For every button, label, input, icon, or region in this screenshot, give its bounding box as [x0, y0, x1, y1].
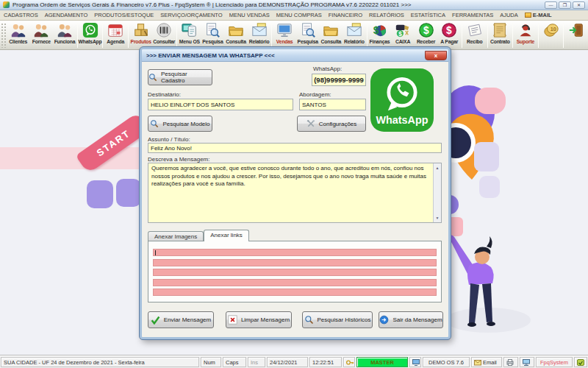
tab-anexar-imagens[interactable]: Anexar Imagens — [148, 231, 204, 241]
link-input-1[interactable] — [153, 249, 437, 256]
toolbar-button-relatorio-vendas[interactable]: Relatório — [343, 21, 366, 49]
mensagem-label: Descreva a Mensagem: — [148, 156, 209, 163]
screen-icon — [412, 359, 420, 366]
email-icon — [525, 13, 531, 18]
dollar-red-icon: $ — [441, 22, 457, 38]
toolbar-button-produtos[interactable]: Produtos — [129, 21, 153, 49]
menu-ajuda[interactable]: AJUDA — [500, 12, 518, 18]
pie-dollar-icon: $ — [371, 22, 387, 38]
status-email[interactable]: Email — [471, 357, 502, 367]
status-caps: Caps — [223, 357, 246, 367]
enviar-mensagem-button[interactable]: Enviar Mensagem — [148, 311, 214, 328]
menu-bar: CADASTROS AGENDAMENTO PRODUTOS/ESTOQUE S… — [0, 10, 588, 21]
toolbar-label: Pesquisa — [202, 38, 223, 45]
document-search-icon — [300, 22, 316, 38]
toolbar-button-pesquisa-vendas[interactable]: Pesquisa — [296, 21, 320, 49]
scroll-down-arrow[interactable]: ▼ — [436, 213, 440, 223]
toolbar-button-clientes[interactable]: Clientes — [7, 21, 30, 49]
status-brand: FpqSystem — [536, 357, 573, 367]
toolbar-label: Contrato — [490, 38, 510, 45]
menu-agendamento[interactable]: AGENDAMENTO — [45, 12, 88, 18]
link-input-5[interactable] — [153, 289, 437, 296]
toolbar-button-suporte[interactable]: Suporte — [514, 21, 537, 49]
pesquisar-cadastro-button[interactable]: Pesquisar Cadastro — [148, 69, 212, 85]
scroll-up-arrow[interactable]: ▲ — [436, 163, 440, 173]
toolbar-button-recibo[interactable]: Recibo — [463, 21, 487, 49]
assunto-field[interactable]: Feliz Ano Novo! — [148, 143, 442, 153]
mensagem-textarea[interactable]: Queremos agradecer a você, que estive co… — [148, 163, 442, 223]
destinatario-field[interactable]: HELIO EINLOFT DOS SANTOS — [148, 99, 293, 110]
menu-compras[interactable]: MENU COMPRAS — [276, 12, 322, 18]
toolbar-button-pesquisa-os[interactable]: Pesquisa — [201, 21, 225, 49]
configuracoes-button[interactable]: Configurações — [297, 116, 366, 132]
toolbar-button-fornece[interactable]: Fornece — [30, 21, 54, 49]
menu-cadastros[interactable]: CADASTROS — [4, 12, 38, 18]
menu-vendas[interactable]: MENU VENDAS — [229, 12, 270, 18]
toolbar-button-consulta-vendas[interactable]: Consulta — [320, 21, 343, 49]
status-num: Num — [201, 357, 221, 367]
dialog-close-button[interactable]: x — [425, 51, 447, 60]
toolbar-button-caixa[interactable]: $ CAIXA — [391, 21, 415, 49]
close-button[interactable]: ✕ — [573, 1, 585, 9]
toolbar-label: Finanças — [370, 38, 390, 45]
status-app-panel — [574, 357, 587, 367]
whatsapp-logo: WhatsApp — [370, 68, 434, 132]
toolbar-button-consulta-os[interactable]: Consulta — [224, 21, 248, 49]
menu-email[interactable]: E-MAIL — [525, 12, 552, 18]
title-bar[interactable]: Programa Ordem de Serviços Gerais & Fina… — [0, 0, 588, 10]
toolbar-label: Vendas — [276, 38, 293, 45]
toolbar-button-funciona[interactable]: Funciona — [53, 21, 76, 49]
whatsapp-number-field[interactable]: (98)99999-9999 — [312, 74, 366, 86]
menu-relatorios[interactable]: RELATÓRIOS — [369, 12, 404, 18]
employees-icon — [57, 22, 73, 38]
pesquisar-modelo-button[interactable]: Pesquisar Modelo — [148, 116, 212, 132]
toolbar-button-consultar[interactable]: Consultar — [152, 21, 176, 49]
magnifier-icon — [304, 315, 314, 325]
toolbar-label: Menu OS — [179, 38, 200, 45]
toolbar-label: Relatório — [344, 38, 365, 45]
menu-estatistica[interactable]: ESTATÍSTICA — [411, 12, 445, 18]
link-input-2[interactable] — [153, 259, 437, 266]
abordagem-field[interactable]: SANTOS — [299, 99, 366, 110]
person-illustration — [435, 235, 538, 338]
toolbar-button-a-pagar[interactable]: $ A Pagar — [437, 21, 461, 49]
maximize-button[interactable]: ❐ — [559, 1, 571, 9]
support-icon — [517, 22, 534, 38]
bg-lavender-block — [474, 142, 499, 171]
status-printer[interactable] — [503, 357, 518, 367]
toolbar-button-agenda[interactable]: Agenda — [104, 21, 127, 49]
suppliers-icon — [33, 22, 49, 38]
attachment-tabs: Anexar Imagens Anexar links — [148, 230, 249, 241]
toolbar-button-vendas[interactable]: Vendas — [273, 21, 296, 49]
status-computer[interactable] — [520, 357, 534, 367]
toolbar-button-receber[interactable]: $ Receber — [415, 21, 438, 49]
tab-anexar-links[interactable]: Anexar links — [204, 230, 249, 241]
dialog-title-bar[interactable]: >>> ENVIAR MENSAGEM VIA WHATSAPP <<< x — [142, 49, 448, 62]
toolbar-button-whatsapp[interactable]: WhatsApp — [79, 21, 102, 49]
textarea-scrollbar[interactable]: ▲ ▼ — [433, 163, 441, 222]
menu-ferramentas[interactable]: FERRAMENTAS — [452, 12, 493, 18]
bg-purple-square — [87, 180, 113, 208]
link-input-4[interactable] — [153, 279, 437, 286]
toolbar-button-sair[interactable] — [564, 21, 588, 49]
menu-financeiro[interactable]: FINANCEIRO — [329, 12, 362, 18]
toolbar-button-relatorio-os[interactable]: Relatório — [248, 21, 271, 49]
toolbar-separator — [563, 23, 564, 48]
link-input-3[interactable] — [153, 269, 437, 276]
destinatario-label: Destinatário: — [148, 91, 181, 98]
limpar-mensagem-button[interactable]: Limpar Mensagem — [226, 311, 292, 328]
menu-servico-orcamento[interactable]: SERVIÇO/ORÇAMENTO — [160, 12, 222, 18]
dollar-green-icon: $ — [418, 22, 434, 38]
toolbar-button-moeda[interactable]: 10 — [539, 21, 563, 49]
key-icon — [346, 359, 354, 366]
toolbar-button-financas[interactable]: $ Finanças — [368, 21, 392, 49]
toolbar-button-contrato[interactable]: Contrato — [489, 21, 512, 49]
toolbar-label: Agenda — [107, 38, 124, 45]
coins-icon: 10 — [543, 22, 559, 38]
sair-da-mensagem-button[interactable]: Sair da Mensagem — [379, 311, 443, 328]
toolbar-label: Consulta — [321, 38, 341, 45]
toolbar-button-menu-os[interactable]: Menu OS — [178, 21, 201, 49]
pesquisar-historicos-button[interactable]: Pesquisar Históricos — [302, 311, 373, 328]
menu-produtos-estoque[interactable]: PRODUTOS/ESTOQUE — [94, 12, 154, 18]
minimize-button[interactable]: — — [545, 1, 557, 9]
